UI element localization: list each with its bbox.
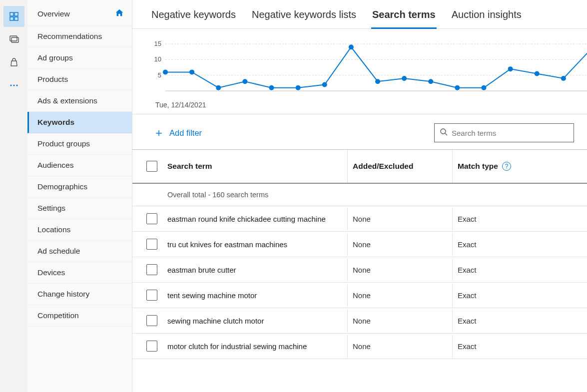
cell-match: Exact [452,335,587,358]
svg-point-21 [296,85,301,90]
svg-rect-3 [14,17,18,20]
cell-term: eastman brute cutter [162,259,347,281]
cell-term: tent sewing machine motor [162,284,347,307]
svg-text:10: 10 [154,55,161,63]
sidebar-item-overview[interactable]: Overview [27,2,132,26]
tab-search-terms[interactable]: Search terms [371,3,437,28]
cell-match: Exact [452,284,587,307]
sidebar-item-demographics[interactable]: Demographics [27,176,132,198]
sidebar-item-competition[interactable]: Competition [27,305,132,327]
table-row: tru cut knives for eastman machinesNoneE… [132,232,587,257]
add-filter-button[interactable]: ＋ Add filter [149,125,206,140]
main-panel: Negative keywordsNegative keywords lists… [132,0,587,392]
tab-auction-insights[interactable]: Auction insights [451,3,523,28]
rail-more-icon[interactable] [3,75,24,96]
tab-negative-keywords-lists[interactable]: Negative keywords lists [251,3,357,28]
rail-bag-icon[interactable] [3,52,24,73]
svg-rect-5 [11,37,18,42]
cell-added: None [347,233,452,256]
sidebar-item-ad-groups[interactable]: Ad groups [27,47,132,69]
add-filter-label: Add filter [169,128,202,138]
table-row: tent sewing machine motorNoneExact [132,283,587,308]
sidebar-item-label: Ad schedule [37,247,80,256]
col-header-match[interactable]: Match type ? [452,150,587,183]
filter-toolbar: ＋ Add filter [132,114,587,149]
svg-point-23 [349,44,354,49]
row-checkbox[interactable] [146,315,157,326]
sidebar-item-label: Competition [37,311,79,320]
sidebar-item-label: Ad groups [37,53,73,62]
col-header-added[interactable]: Added/Excluded [347,150,452,183]
cell-added: None [347,208,452,230]
search-box[interactable] [434,123,574,142]
sidebar-item-keywords[interactable]: Keywords [27,112,132,133]
row-checkbox[interactable] [146,239,157,250]
home-icon [115,8,124,19]
sidebar-item-change-history[interactable]: Change history [27,284,132,305]
sidebar-item-audiences[interactable]: Audiences [27,155,132,176]
svg-point-31 [561,76,566,81]
svg-point-20 [269,85,274,90]
sidebar-item-ads-extensions[interactable]: Ads & extensions [27,90,132,112]
svg-rect-4 [10,36,17,41]
svg-line-34 [445,133,447,135]
sidebar-item-devices[interactable]: Devices [27,262,132,284]
svg-point-17 [189,69,194,74]
svg-point-19 [242,79,247,84]
search-input[interactable] [452,129,569,137]
svg-point-6 [10,84,11,86]
svg-point-22 [322,82,327,87]
help-icon[interactable]: ? [502,162,511,171]
svg-point-25 [402,76,407,81]
svg-rect-2 [10,17,13,20]
cell-match: Exact [452,310,587,332]
sidebar-item-recommendations[interactable]: Recommendations [27,26,132,47]
table-row: eastman round knife chickadee cutting ma… [132,206,587,232]
sidebar-item-products[interactable]: Products [27,69,132,90]
svg-rect-1 [14,12,18,16]
sidebar-item-ad-schedule[interactable]: Ad schedule [27,241,132,262]
sidebar-item-label: Products [37,75,68,84]
sidebar-item-locations[interactable]: Locations [27,219,132,241]
sidebar-item-label: Settings [37,204,65,213]
table-header: Search term Added/Excluded Match type ? [132,149,587,184]
cell-term: motor clutch for industrial sewing machi… [162,335,347,358]
col-header-term[interactable]: Search term [162,150,347,183]
row-checkbox[interactable] [146,341,157,352]
sidebar-item-label: Ads & extensions [37,96,97,105]
sidebar-item-settings[interactable]: Settings [27,198,132,219]
cell-added: None [347,284,452,307]
cell-added: None [347,310,452,332]
table-row: sewing machine clutch motorNoneExact [132,308,587,334]
cell-match: Exact [452,233,587,256]
svg-rect-0 [10,12,13,16]
svg-point-18 [216,85,221,90]
svg-point-26 [428,79,433,84]
svg-point-8 [16,84,17,86]
chart-area: 51015 Tue, 12/14/2021 [132,29,587,114]
sidebar-item-label: Locations [37,225,70,234]
svg-point-24 [375,79,380,84]
sidebar-item-label: Change history [37,290,89,299]
row-checkbox[interactable] [146,213,157,224]
cell-added: None [347,335,452,358]
sidebar-item-label: Devices [37,268,65,277]
trend-chart: 51015 [150,41,587,96]
total-row: Overall total - 160 search terms [132,184,587,206]
sidebar-item-label: Keywords [37,118,74,127]
select-all-checkbox[interactable] [146,161,157,172]
svg-point-29 [508,66,513,71]
svg-point-30 [535,71,540,76]
rail-chat-icon[interactable] [3,29,24,50]
rail-overview-icon[interactable] [3,6,24,27]
row-checkbox[interactable] [146,264,157,275]
svg-text:15: 15 [154,41,161,47]
cell-match: Exact [452,259,587,281]
cell-added: None [347,259,452,281]
sidebar-item-product-groups[interactable]: Product groups [27,133,132,155]
svg-point-7 [13,84,14,86]
tab-negative-keywords[interactable]: Negative keywords [150,3,237,28]
sidebar-item-label: Demographics [37,182,87,191]
row-checkbox[interactable] [146,290,157,301]
plus-icon: ＋ [153,127,164,138]
